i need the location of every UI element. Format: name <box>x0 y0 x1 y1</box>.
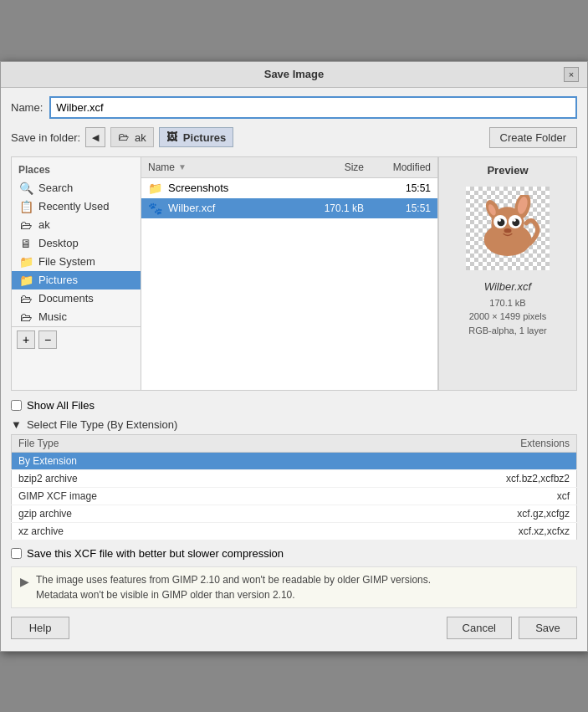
filename-input[interactable] <box>49 96 577 119</box>
btn-right: Cancel Save <box>447 617 577 639</box>
sidebar-item-music-label: Music <box>38 310 67 323</box>
breadcrumb-ak[interactable]: 🗁 ak <box>110 127 154 147</box>
file-type-section: ▼ Select File Type (By Extension) File T… <box>11 418 577 540</box>
main-area: Places 🔍 Search 📋 Recently Used 🗁 ak 🖥 D… <box>11 156 577 391</box>
preview-meta: 170.1 kB 2000 × 1499 pixels RGB-alpha, 1… <box>468 296 547 338</box>
file-row-screenshots[interactable]: 📁 Screenshots 15:51 <box>141 178 437 198</box>
svg-point-11 <box>513 218 516 222</box>
add-place-button[interactable]: + <box>17 330 35 349</box>
places-footer: + − <box>12 326 141 352</box>
chevron-down-icon: ▼ <box>11 418 22 431</box>
title-bar: Save Image × <box>1 62 587 88</box>
dialog-body: Name: Save in folder: ◀ 🗁 ak 🖼 Pictures … <box>1 88 587 651</box>
file-list-header: Name ▼ Size Modified <box>141 157 437 178</box>
folder-file-icon: 📁 <box>148 182 163 195</box>
sidebar-item-ak[interactable]: 🗁 ak <box>12 216 141 234</box>
file-type-row-by-extension[interactable]: By Extension <box>12 452 577 469</box>
file-type-bzip2-label: bzip2 archive <box>12 469 320 487</box>
column-size-header: Size <box>304 160 371 175</box>
ak-icon: 🗁 <box>18 218 33 232</box>
svg-point-10 <box>498 218 501 222</box>
file-type-by-extension-ext <box>319 452 576 469</box>
sidebar-item-search[interactable]: 🔍 Search <box>12 179 141 197</box>
breadcrumb-pictures[interactable]: 🖼 Pictures <box>159 127 233 147</box>
sidebar-item-documents-label: Documents <box>38 292 94 305</box>
preview-image <box>466 187 550 270</box>
file-type-gzip-ext: xcf.gz,xcfgz <box>319 505 576 522</box>
file-modified-screenshots: 15:51 <box>371 181 437 196</box>
file-row-wilber[interactable]: 🐾 Wilber.xcf 170.1 kB 15:51 <box>141 198 437 218</box>
file-list-panel: Name ▼ Size Modified 📁 Screenshots 15:51 <box>141 157 438 390</box>
file-size-wilber: 170.1 kB <box>304 201 371 216</box>
show-all-files-label[interactable]: Show All Files <box>27 399 95 412</box>
file-name-wilber: 🐾 Wilber.xcf <box>141 200 304 217</box>
folder-row: Save in folder: ◀ 🗁 ak 🖼 Pictures Create… <box>11 127 577 148</box>
preview-header: Preview <box>442 161 573 180</box>
compression-row: Save this XCF file with better but slowe… <box>11 547 577 560</box>
sidebar-item-desktop[interactable]: 🖥 Desktop <box>12 234 141 253</box>
file-type-col-ext: Extensions <box>319 434 576 452</box>
file-type-toggle[interactable]: ▼ Select File Type (By Extension) <box>11 418 577 431</box>
xcf-file-icon: 🐾 <box>148 202 163 215</box>
file-type-row-bzip2[interactable]: bzip2 archive xcf.bz2,xcfbz2 <box>12 469 577 487</box>
file-type-gimp-xcf-label: GIMP XCF image <box>12 487 320 505</box>
file-type-xz-ext: xcf.xz,xcfxz <box>319 522 576 540</box>
info-box: ▶ The image uses features from GIMP 2.10… <box>11 566 577 608</box>
documents-icon: 🗁 <box>18 292 33 305</box>
close-button[interactable]: × <box>564 67 579 82</box>
file-name-screenshots: 📁 Screenshots <box>141 180 304 197</box>
sidebar-item-search-label: Search <box>38 182 73 194</box>
file-type-bzip2-ext: xcf.bz2,xcfbz2 <box>319 469 576 487</box>
sidebar-item-pictures[interactable]: 📁 Pictures <box>12 271 141 289</box>
sidebar-item-recently-used[interactable]: 📋 Recently Used <box>12 197 141 216</box>
button-row: Help Cancel Save <box>11 617 577 643</box>
recently-used-icon: 📋 <box>18 200 33 213</box>
name-label: Name: <box>11 101 43 114</box>
sidebar-item-filesystem[interactable]: 📁 File System <box>12 253 141 271</box>
cancel-button[interactable]: Cancel <box>447 617 512 639</box>
create-folder-button[interactable]: Create Folder <box>489 127 577 148</box>
pictures-folder-icon: 🖼 <box>166 131 180 144</box>
file-modified-wilber: 15:51 <box>371 201 437 216</box>
file-type-row-xz[interactable]: xz archive xcf.xz,xcfxz <box>12 522 577 540</box>
search-icon: 🔍 <box>18 182 33 195</box>
breadcrumb-pictures-label: Pictures <box>183 131 226 144</box>
compression-checkbox[interactable] <box>11 548 22 559</box>
file-type-table: File Type Extensions By Extension bzip2 … <box>11 434 577 540</box>
places-panel: Places 🔍 Search 📋 Recently Used 🗁 ak 🖥 D… <box>12 157 141 390</box>
name-row: Name: <box>11 96 577 119</box>
sidebar-item-recently-used-label: Recently Used <box>38 200 110 213</box>
music-icon: 🗁 <box>18 310 33 324</box>
filesystem-icon: 📁 <box>18 255 33 269</box>
sort-indicator: ▼ <box>178 162 187 172</box>
help-button[interactable]: Help <box>11 617 69 639</box>
sidebar-item-documents[interactable]: 🗁 Documents <box>12 289 141 308</box>
svg-point-12 <box>504 228 512 233</box>
show-all-files-checkbox[interactable] <box>11 400 22 411</box>
file-type-row-gzip[interactable]: gzip archive xcf.gz,xcfgz <box>12 505 577 522</box>
save-button[interactable]: Save <box>519 617 577 639</box>
desktop-icon: 🖥 <box>18 237 33 250</box>
file-size-screenshots <box>304 187 371 190</box>
file-type-row-gimp-xcf[interactable]: GIMP XCF image xcf <box>12 487 577 505</box>
compression-label[interactable]: Save this XCF file with better but slowe… <box>27 547 284 560</box>
file-type-header-row: File Type Extensions <box>12 434 577 452</box>
file-type-xz-label: xz archive <box>12 522 320 540</box>
sidebar-item-ak-label: ak <box>38 218 50 231</box>
folder-icon: 🗁 <box>118 131 131 144</box>
pictures-icon: 📁 <box>18 274 33 287</box>
save-image-dialog: Save Image × Name: Save in folder: ◀ 🗁 a… <box>0 61 588 652</box>
dialog-title: Save Image <box>24 68 564 80</box>
remove-place-button[interactable]: − <box>38 330 57 349</box>
nav-back-button[interactable]: ◀ <box>85 127 105 147</box>
sidebar-item-music[interactable]: 🗁 Music <box>12 308 141 326</box>
file-type-gzip-label: gzip archive <box>12 505 320 522</box>
info-toggle[interactable]: ▶ <box>20 573 29 591</box>
sidebar-item-desktop-label: Desktop <box>38 237 79 249</box>
sidebar-item-filesystem-label: File System <box>38 255 95 268</box>
file-type-gimp-xcf-ext: xcf <box>319 487 576 505</box>
show-all-files-row: Show All Files <box>11 399 577 412</box>
wilber-svg <box>470 195 545 262</box>
save-in-folder-label: Save in folder: <box>11 131 80 144</box>
preview-filename: Wilber.xcf <box>484 280 531 293</box>
